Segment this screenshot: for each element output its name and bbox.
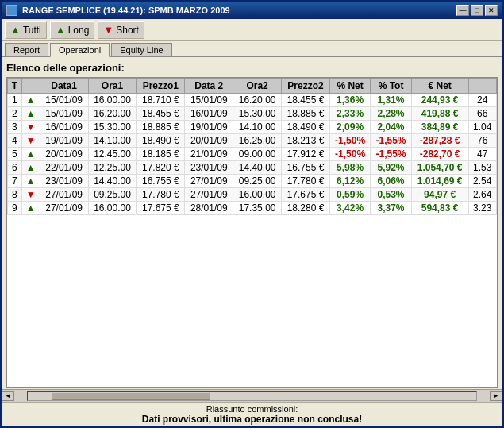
scrollbar-track[interactable] — [27, 391, 477, 401]
cell-extra: 1.53 — [468, 161, 496, 175]
cell-arrow: ▲ — [21, 94, 40, 107]
tab-report[interactable]: Report — [5, 43, 48, 56]
cell-pnet: -1,50% — [329, 134, 370, 148]
cell-prezzo1: 18.185 € — [137, 148, 185, 161]
cell-data2: 20/01/09 — [185, 134, 233, 148]
cell-data1: 22/01/09 — [40, 161, 88, 175]
cell-data1: 19/01/09 — [40, 134, 88, 148]
toolbar: ▲ Tutti ▲ Long ▼ Short — [2, 19, 502, 41]
long-button[interactable]: ▲ Long — [50, 21, 95, 39]
table-row: 4 ▼ 19/01/09 14.10.00 18.490 € 20/01/09 … — [8, 134, 497, 148]
cell-extra: 76 — [468, 134, 496, 148]
cell-data1: 15/01/09 — [40, 94, 88, 107]
header-prezzo1: Prezzo1 — [137, 79, 185, 94]
scroll-right-button[interactable]: ► — [490, 391, 502, 401]
main-window: RANGE SEMPLICE (19.44.21): SPMB MARZO 20… — [0, 0, 504, 428]
tab-equity-line[interactable]: Equity Line — [111, 43, 171, 56]
horizontal-scrollbar[interactable]: ◄ ► — [2, 389, 502, 402]
cell-ora2: 17.35.00 — [233, 202, 282, 215]
cell-num: 1 — [8, 94, 22, 107]
table-row: 8 ▼ 27/01/09 09.25.00 17.780 € 27/01/09 … — [8, 188, 497, 202]
status-bar: Riassunto commissioni: Dati provvisori, … — [2, 402, 502, 426]
title-bar: RANGE SEMPLICE (19.44.21): SPMB MARZO 20… — [2, 2, 502, 19]
cell-pnet: 3,42% — [329, 202, 370, 215]
header-data1: Data1 — [40, 79, 88, 94]
cell-extra: 2.64 — [468, 188, 496, 202]
minimize-button[interactable]: — — [456, 5, 469, 16]
tutti-button[interactable]: ▲ Tutti — [5, 21, 47, 39]
content-area: Elenco delle operazioni: T Data1 Ora1 Pr… — [2, 57, 502, 389]
short-button[interactable]: ▼ Short — [98, 21, 144, 39]
cell-data2: 15/01/09 — [185, 94, 233, 107]
tab-operazioni[interactable]: Operazioni — [50, 43, 110, 57]
cell-ptot: 1,31% — [371, 94, 411, 107]
header-arrow — [21, 79, 40, 94]
cell-prezzo2: 16.755 € — [282, 161, 330, 175]
cell-data2: 16/01/09 — [185, 107, 233, 121]
scrollbar-thumb[interactable] — [52, 392, 210, 400]
cell-prezzo1: 18.490 € — [137, 134, 185, 148]
short-label: Short — [116, 25, 139, 36]
cell-ptot: 5,92% — [371, 161, 411, 175]
cell-prezzo2: 18.490 € — [282, 121, 330, 134]
operations-table: T Data1 Ora1 Prezzo1 Data 2 Ora2 Prezzo2… — [7, 78, 497, 215]
table-row: 9 ▲ 27/01/09 16.00.00 17.675 € 28/01/09 … — [8, 202, 497, 215]
cell-prezzo1: 18.455 € — [137, 107, 185, 121]
cell-enet: 384,89 € — [411, 121, 468, 134]
cell-num: 3 — [8, 121, 22, 134]
cell-enet: 1.054,70 € — [411, 161, 468, 175]
operations-table-container[interactable]: T Data1 Ora1 Prezzo1 Data 2 Ora2 Prezzo2… — [6, 77, 498, 388]
cell-prezzo1: 17.675 € — [137, 202, 185, 215]
cell-num: 5 — [8, 148, 22, 161]
cell-arrow: ▼ — [21, 121, 40, 134]
header-prezzo2: Prezzo2 — [282, 79, 330, 94]
cell-pnet: 5,98% — [329, 161, 370, 175]
table-row: 5 ▲ 20/01/09 12.45.00 18.185 € 21/01/09 … — [8, 148, 497, 161]
cell-prezzo2: 17.912 € — [282, 148, 330, 161]
cell-ora2: 16.00.00 — [233, 188, 282, 202]
cell-data1: 15/01/09 — [40, 107, 88, 121]
cell-arrow: ▲ — [21, 175, 40, 188]
cell-extra: 3.23 — [468, 202, 496, 215]
cell-extra: 2.54 — [468, 175, 496, 188]
maximize-button[interactable]: □ — [471, 5, 483, 16]
cell-ora1: 12.45.00 — [88, 148, 137, 161]
tabs-row: Report Operazioni Equity Line — [2, 41, 502, 57]
cell-ora1: 14.40.00 — [88, 175, 137, 188]
title-bar-left: RANGE SEMPLICE (19.44.21): SPMB MARZO 20… — [6, 5, 230, 16]
cell-extra: 66 — [468, 107, 496, 121]
cell-data1: 27/01/09 — [40, 202, 88, 215]
cell-data1: 20/01/09 — [40, 148, 88, 161]
cell-pnet: 2,09% — [329, 121, 370, 134]
cell-prezzo2: 17.675 € — [282, 188, 330, 202]
status-line2: Dati provvisori, ultima operazione non c… — [5, 414, 499, 425]
cell-pnet: 1,36% — [329, 94, 370, 107]
table-header-row: T Data1 Ora1 Prezzo1 Data 2 Ora2 Prezzo2… — [8, 79, 497, 94]
up-arrow-icon: ▲ — [26, 175, 36, 187]
cell-ora2: 14.10.00 — [233, 121, 282, 134]
cell-prezzo2: 18.280 € — [282, 202, 330, 215]
cell-ora1: 15.30.00 — [88, 121, 137, 134]
scroll-left-button[interactable]: ◄ — [2, 391, 14, 401]
cell-ora1: 16.00.00 — [88, 94, 137, 107]
section-title: Elenco delle operazioni: — [6, 62, 498, 74]
cell-arrow: ▼ — [21, 188, 40, 202]
cell-ptot: 0,53% — [371, 188, 411, 202]
window-title: RANGE SEMPLICE (19.44.21): SPMB MARZO 20… — [22, 6, 230, 15]
cell-ora2: 16.25.00 — [233, 134, 282, 148]
up-arrow-icon: ▲ — [26, 94, 36, 106]
cell-enet: 94,97 € — [411, 188, 468, 202]
up-arrow-icon: ▲ — [26, 162, 36, 173]
cell-enet: -287,28 € — [411, 134, 468, 148]
tutti-label: Tutti — [23, 25, 41, 36]
close-button[interactable]: ✕ — [485, 5, 498, 16]
down-arrow-icon: ▼ — [26, 121, 36, 133]
cell-data2: 19/01/09 — [185, 121, 233, 134]
cell-prezzo2: 17.780 € — [282, 175, 330, 188]
cell-prezzo1: 18.885 € — [137, 121, 185, 134]
cell-extra: 1.04 — [468, 121, 496, 134]
cell-data2: 28/01/09 — [185, 202, 233, 215]
cell-ptot: 6,06% — [371, 175, 411, 188]
cell-prezzo1: 17.780 € — [137, 188, 185, 202]
cell-pnet: 2,33% — [329, 107, 370, 121]
